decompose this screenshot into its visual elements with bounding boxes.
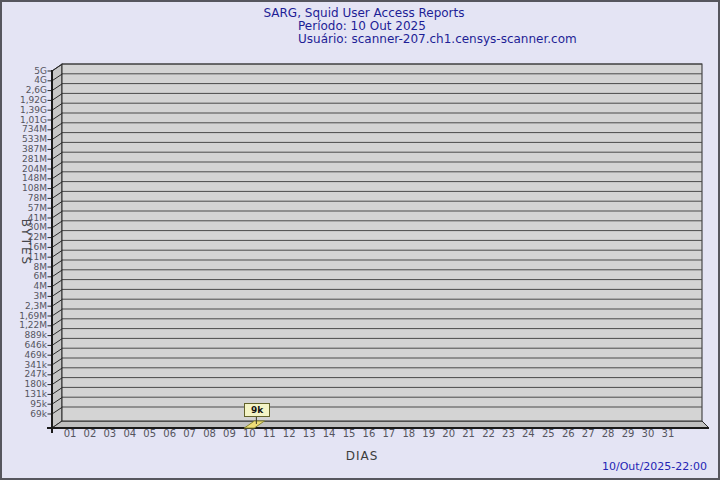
y-axis-title: BYTES (19, 213, 32, 273)
y-tick-label: 2,6G (3, 86, 47, 95)
y-tick-label: 148M (3, 174, 47, 183)
x-tick-label: 16 (359, 429, 379, 439)
y-tick-label: 469k (3, 351, 47, 360)
chart-canvas (2, 2, 718, 478)
y-tick-label: 533M (3, 135, 47, 144)
y-tick-label: 69k (3, 410, 47, 419)
bar-value-label: 9k (244, 403, 270, 417)
x-tick-label: 15 (339, 429, 359, 439)
y-tick-label: 2,3M (3, 302, 47, 311)
x-tick-label: 21 (459, 429, 479, 439)
x-tick-label: 29 (618, 429, 638, 439)
x-tick-label: 18 (399, 429, 419, 439)
y-tick-label: 889k (3, 331, 47, 340)
y-tick-label: 78M (3, 194, 47, 203)
y-tick-label: 341k (3, 361, 47, 370)
x-tick-label: 05 (140, 429, 160, 439)
x-tick-label: 26 (558, 429, 578, 439)
y-tick-label: 108M (3, 184, 47, 193)
x-tick-label: 11 (259, 429, 279, 439)
y-tick-label: 1,22M (3, 321, 47, 330)
y-tick-label: 131k (3, 390, 47, 399)
x-tick-label: 08 (200, 429, 220, 439)
x-tick-label: 04 (120, 429, 140, 439)
y-tick-label: 1,92G (3, 96, 47, 105)
x-tick-label: 13 (299, 429, 319, 439)
y-tick-label: 6M (3, 272, 47, 281)
x-tick-label: 10 (239, 429, 259, 439)
y-tick-label: 247k (3, 370, 47, 379)
x-tick-label: 25 (538, 429, 558, 439)
x-tick-label: 27 (578, 429, 598, 439)
x-tick-label: 30 (638, 429, 658, 439)
y-tick-label: 4G (3, 76, 47, 85)
x-tick-label: 17 (379, 429, 399, 439)
x-tick-label: 19 (419, 429, 439, 439)
generated-timestamp: 10/Out/2025-22:00 (602, 460, 707, 473)
y-tick-label: 4M (3, 282, 47, 291)
sarg-report-image: SARG, Squid User Access Reports Período:… (0, 0, 720, 480)
y-tick-label: 204M (3, 165, 47, 174)
y-tick-label: 387M (3, 145, 47, 154)
x-tick-label: 31 (658, 429, 678, 439)
x-tick-label: 03 (100, 429, 120, 439)
y-tick-label: 281M (3, 155, 47, 164)
x-tick-label: 14 (319, 429, 339, 439)
x-tick-label: 20 (439, 429, 459, 439)
x-tick-label: 06 (160, 429, 180, 439)
y-tick-label: 95k (3, 400, 47, 409)
y-tick-label: 180k (3, 380, 47, 389)
chart-floor (52, 421, 709, 428)
y-tick-label: 1,69M (3, 312, 47, 321)
x-tick-label: 02 (80, 429, 100, 439)
x-tick-label: 22 (479, 429, 499, 439)
x-tick-label: 09 (219, 429, 239, 439)
y-tick-label: 5G (3, 67, 47, 76)
x-tick-label: 28 (598, 429, 618, 439)
y-tick-label: 646k (3, 341, 47, 350)
x-tick-label: 23 (498, 429, 518, 439)
y-tick-label: 3M (3, 292, 47, 301)
x-tick-label: 07 (180, 429, 200, 439)
x-tick-label: 24 (518, 429, 538, 439)
y-tick-label: 1,39G (3, 106, 47, 115)
y-tick-label: 1,01G (3, 116, 47, 125)
x-tick-label: 01 (60, 429, 80, 439)
y-tick-label: 57M (3, 204, 47, 213)
x-tick-label: 12 (279, 429, 299, 439)
y-tick-label: 734M (3, 125, 47, 134)
